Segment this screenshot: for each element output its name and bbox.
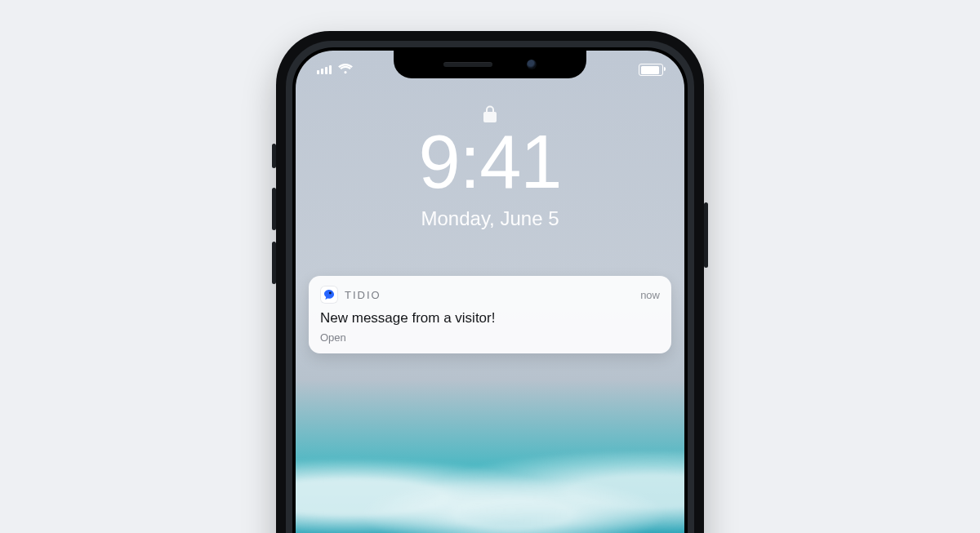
phone-mid-ring: 9:41 Monday, June 5 TIDIO xyxy=(286,41,694,533)
wifi-icon xyxy=(338,64,353,74)
lockscreen-clock: 9:41 Monday, June 5 xyxy=(296,124,684,230)
notification-card[interactable]: TIDIO now New message from a visitor! Op… xyxy=(309,276,671,353)
canvas: 9:41 Monday, June 5 TIDIO xyxy=(0,0,980,533)
notification-action-open[interactable]: Open xyxy=(320,331,660,344)
notification-header: TIDIO now xyxy=(320,286,660,304)
status-bar-right xyxy=(639,64,663,76)
speaker-grille xyxy=(443,62,492,67)
volume-up-button[interactable] xyxy=(272,188,276,230)
volume-down-button[interactable] xyxy=(272,242,276,284)
clock-date: Monday, June 5 xyxy=(296,207,684,230)
svg-point-0 xyxy=(329,292,332,295)
power-button[interactable] xyxy=(704,202,708,268)
clock-time: 9:41 xyxy=(296,124,684,199)
notch xyxy=(394,51,586,78)
phone-frame: 9:41 Monday, June 5 TIDIO xyxy=(276,31,704,533)
battery-icon xyxy=(639,64,663,76)
mute-switch[interactable] xyxy=(272,144,276,168)
cellular-signal-icon xyxy=(317,64,332,74)
status-bar-left xyxy=(317,64,353,74)
phone-inner-ring: 9:41 Monday, June 5 TIDIO xyxy=(292,47,688,533)
notification-app-name: TIDIO xyxy=(345,289,381,301)
front-camera xyxy=(527,60,537,69)
wallpaper-foam xyxy=(296,451,684,533)
phone-screen: 9:41 Monday, June 5 TIDIO xyxy=(296,51,684,533)
notification-time: now xyxy=(640,289,660,301)
notification-message: New message from a visitor! xyxy=(320,310,660,326)
tidio-app-icon xyxy=(320,286,338,304)
